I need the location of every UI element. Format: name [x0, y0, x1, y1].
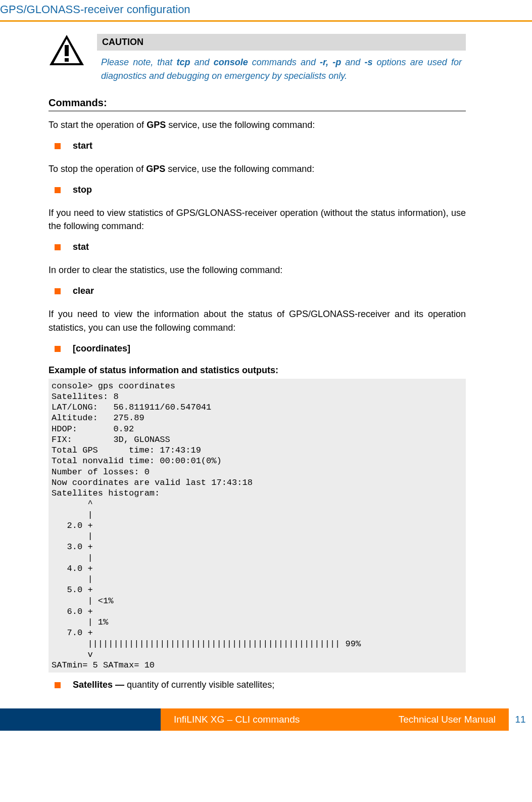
satellites-bold: Satellites — — [73, 680, 127, 690]
command-row: stop — [55, 185, 466, 195]
svg-rect-3 — [65, 58, 69, 62]
footer-right-label: Technical User Manual — [399, 714, 496, 725]
footer: InfiLINK XG – CLI commands Technical Use… — [0, 708, 532, 731]
bullet-icon — [55, 244, 61, 250]
command-label: stat — [73, 242, 89, 252]
command-label: clear — [73, 286, 94, 296]
page-header-title: GPS/GLONASS-receiver configuration — [0, 0, 532, 20]
bullet-icon — [55, 682, 61, 688]
command-row: clear — [55, 286, 466, 296]
command-row: stat — [55, 242, 466, 252]
header-divider — [0, 20, 532, 22]
bullet-icon — [55, 288, 61, 294]
bullet-icon — [55, 143, 61, 149]
footer-brand-block — [0, 708, 161, 731]
bullet-icon — [55, 187, 61, 193]
footer-left-label: InfiLINK XG – CLI commands — [174, 714, 300, 725]
command-row: start — [55, 141, 466, 151]
command-intro: If you need to view statistics of GPS/GL… — [49, 206, 466, 233]
command-label: [coordinates] — [73, 343, 130, 354]
caution-box: CAUTION Please note, that tcp and consol… — [49, 34, 466, 83]
example-title: Example of status information and statis… — [49, 365, 466, 376]
command-list: To start the operation of GPS service, u… — [49, 118, 466, 354]
command-row: [coordinates] — [55, 343, 466, 354]
bullet-icon — [55, 346, 61, 352]
page-number: 11 — [509, 708, 532, 731]
caution-heading: CAUTION — [97, 34, 466, 51]
caution-text: Please note, that tcp and console comman… — [97, 56, 466, 83]
command-intro: To start the operation of GPS service, u… — [49, 118, 466, 131]
command-intro: If you need to view the information abou… — [49, 307, 466, 334]
section-divider — [49, 111, 466, 111]
satellites-explanation: Satellites — quantity of currently visib… — [55, 680, 466, 690]
caution-icon — [49, 34, 85, 83]
commands-title: Commands: — [49, 97, 466, 109]
satellites-rest: quantity of currently visible satellites… — [127, 680, 274, 690]
command-intro: In order to clear the statistics, use th… — [49, 263, 466, 277]
command-intro: To stop the operation of GPS service, us… — [49, 162, 466, 175]
code-block: console> gps coordinates Satellites: 8 L… — [49, 379, 466, 673]
command-label: stop — [73, 185, 92, 195]
svg-rect-2 — [65, 45, 69, 56]
command-label: start — [73, 141, 92, 151]
footer-bar: InfiLINK XG – CLI commands Technical Use… — [161, 708, 509, 731]
